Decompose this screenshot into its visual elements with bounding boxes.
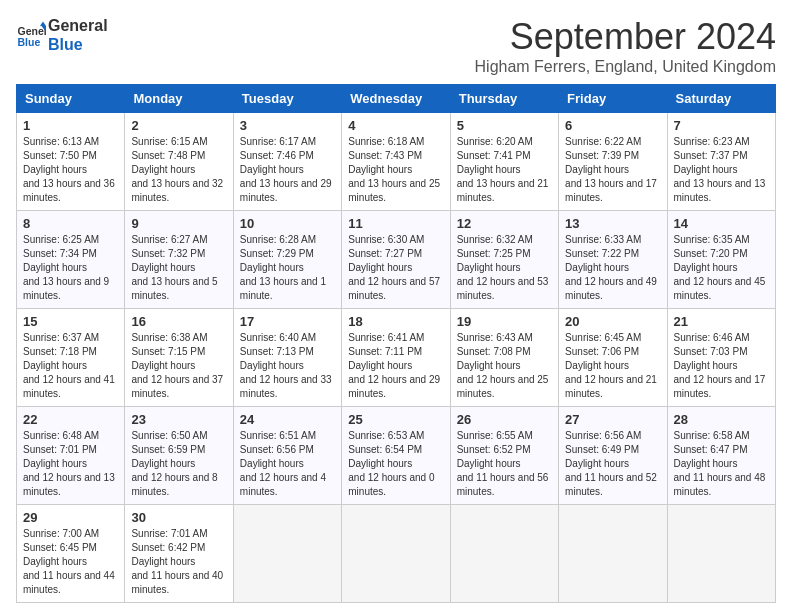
calendar-day-cell: 9 Sunrise: 6:27 AM Sunset: 7:32 PM Dayli…	[125, 211, 233, 309]
day-detail: Sunrise: 6:13 AM Sunset: 7:50 PM Dayligh…	[23, 135, 118, 205]
calendar-day-cell: 22 Sunrise: 6:48 AM Sunset: 7:01 PM Dayl…	[17, 407, 125, 505]
day-detail: Sunrise: 6:25 AM Sunset: 7:34 PM Dayligh…	[23, 233, 118, 303]
calendar-day-cell: 13 Sunrise: 6:33 AM Sunset: 7:22 PM Dayl…	[559, 211, 667, 309]
calendar-day-cell: 21 Sunrise: 6:46 AM Sunset: 7:03 PM Dayl…	[667, 309, 775, 407]
calendar-day-cell: 12 Sunrise: 6:32 AM Sunset: 7:25 PM Dayl…	[450, 211, 558, 309]
calendar-day-cell: 16 Sunrise: 6:38 AM Sunset: 7:15 PM Dayl…	[125, 309, 233, 407]
calendar-week-row: 22 Sunrise: 6:48 AM Sunset: 7:01 PM Dayl…	[17, 407, 776, 505]
day-number: 26	[457, 412, 552, 427]
page-header: General Blue General Blue September 2024…	[16, 16, 776, 76]
day-detail: Sunrise: 6:48 AM Sunset: 7:01 PM Dayligh…	[23, 429, 118, 499]
calendar-day-cell: 30 Sunrise: 7:01 AM Sunset: 6:42 PM Dayl…	[125, 505, 233, 603]
logo-line2: Blue	[48, 35, 108, 54]
day-detail: Sunrise: 6:58 AM Sunset: 6:47 PM Dayligh…	[674, 429, 769, 499]
calendar-week-row: 1 Sunrise: 6:13 AM Sunset: 7:50 PM Dayli…	[17, 113, 776, 211]
calendar-day-cell: 15 Sunrise: 6:37 AM Sunset: 7:18 PM Dayl…	[17, 309, 125, 407]
calendar-day-cell: 24 Sunrise: 6:51 AM Sunset: 6:56 PM Dayl…	[233, 407, 341, 505]
day-detail: Sunrise: 6:20 AM Sunset: 7:41 PM Dayligh…	[457, 135, 552, 205]
calendar-week-row: 8 Sunrise: 6:25 AM Sunset: 7:34 PM Dayli…	[17, 211, 776, 309]
calendar-day-cell	[233, 505, 341, 603]
calendar-day-cell: 10 Sunrise: 6:28 AM Sunset: 7:29 PM Dayl…	[233, 211, 341, 309]
day-detail: Sunrise: 6:17 AM Sunset: 7:46 PM Dayligh…	[240, 135, 335, 205]
calendar-day-cell: 1 Sunrise: 6:13 AM Sunset: 7:50 PM Dayli…	[17, 113, 125, 211]
day-number: 2	[131, 118, 226, 133]
day-number: 9	[131, 216, 226, 231]
logo-line1: General	[48, 16, 108, 35]
day-number: 5	[457, 118, 552, 133]
day-detail: Sunrise: 6:28 AM Sunset: 7:29 PM Dayligh…	[240, 233, 335, 303]
logo-icon: General Blue	[16, 20, 46, 50]
day-detail: Sunrise: 6:33 AM Sunset: 7:22 PM Dayligh…	[565, 233, 660, 303]
day-detail: Sunrise: 6:50 AM Sunset: 6:59 PM Dayligh…	[131, 429, 226, 499]
day-number: 18	[348, 314, 443, 329]
calendar-week-row: 15 Sunrise: 6:37 AM Sunset: 7:18 PM Dayl…	[17, 309, 776, 407]
day-number: 19	[457, 314, 552, 329]
day-number: 28	[674, 412, 769, 427]
day-detail: Sunrise: 6:55 AM Sunset: 6:52 PM Dayligh…	[457, 429, 552, 499]
calendar-day-cell: 26 Sunrise: 6:55 AM Sunset: 6:52 PM Dayl…	[450, 407, 558, 505]
calendar-day-cell: 27 Sunrise: 6:56 AM Sunset: 6:49 PM Dayl…	[559, 407, 667, 505]
header-monday: Monday	[125, 85, 233, 113]
day-number: 24	[240, 412, 335, 427]
calendar-day-cell: 4 Sunrise: 6:18 AM Sunset: 7:43 PM Dayli…	[342, 113, 450, 211]
day-number: 7	[674, 118, 769, 133]
calendar-day-cell	[450, 505, 558, 603]
calendar-day-cell: 2 Sunrise: 6:15 AM Sunset: 7:48 PM Dayli…	[125, 113, 233, 211]
calendar-day-cell: 8 Sunrise: 6:25 AM Sunset: 7:34 PM Dayli…	[17, 211, 125, 309]
calendar-day-cell	[559, 505, 667, 603]
day-detail: Sunrise: 6:27 AM Sunset: 7:32 PM Dayligh…	[131, 233, 226, 303]
header-tuesday: Tuesday	[233, 85, 341, 113]
day-detail: Sunrise: 6:18 AM Sunset: 7:43 PM Dayligh…	[348, 135, 443, 205]
day-number: 14	[674, 216, 769, 231]
calendar-day-cell	[667, 505, 775, 603]
calendar-day-cell: 20 Sunrise: 6:45 AM Sunset: 7:06 PM Dayl…	[559, 309, 667, 407]
day-detail: Sunrise: 6:37 AM Sunset: 7:18 PM Dayligh…	[23, 331, 118, 401]
calendar-day-cell: 17 Sunrise: 6:40 AM Sunset: 7:13 PM Dayl…	[233, 309, 341, 407]
day-detail: Sunrise: 6:43 AM Sunset: 7:08 PM Dayligh…	[457, 331, 552, 401]
month-title: September 2024	[475, 16, 776, 58]
day-number: 3	[240, 118, 335, 133]
logo: General Blue General Blue	[16, 16, 108, 54]
day-number: 1	[23, 118, 118, 133]
calendar-day-cell	[342, 505, 450, 603]
day-detail: Sunrise: 6:38 AM Sunset: 7:15 PM Dayligh…	[131, 331, 226, 401]
calendar-day-cell: 28 Sunrise: 6:58 AM Sunset: 6:47 PM Dayl…	[667, 407, 775, 505]
day-detail: Sunrise: 6:45 AM Sunset: 7:06 PM Dayligh…	[565, 331, 660, 401]
header-saturday: Saturday	[667, 85, 775, 113]
day-number: 8	[23, 216, 118, 231]
calendar-day-cell: 11 Sunrise: 6:30 AM Sunset: 7:27 PM Dayl…	[342, 211, 450, 309]
day-number: 27	[565, 412, 660, 427]
calendar-day-cell: 25 Sunrise: 6:53 AM Sunset: 6:54 PM Dayl…	[342, 407, 450, 505]
day-detail: Sunrise: 7:01 AM Sunset: 6:42 PM Dayligh…	[131, 527, 226, 597]
calendar-day-cell: 3 Sunrise: 6:17 AM Sunset: 7:46 PM Dayli…	[233, 113, 341, 211]
header-wednesday: Wednesday	[342, 85, 450, 113]
calendar-day-cell: 23 Sunrise: 6:50 AM Sunset: 6:59 PM Dayl…	[125, 407, 233, 505]
day-number: 6	[565, 118, 660, 133]
day-number: 30	[131, 510, 226, 525]
calendar-day-cell: 14 Sunrise: 6:35 AM Sunset: 7:20 PM Dayl…	[667, 211, 775, 309]
day-number: 12	[457, 216, 552, 231]
day-number: 10	[240, 216, 335, 231]
day-detail: Sunrise: 6:23 AM Sunset: 7:37 PM Dayligh…	[674, 135, 769, 205]
day-detail: Sunrise: 6:46 AM Sunset: 7:03 PM Dayligh…	[674, 331, 769, 401]
day-number: 22	[23, 412, 118, 427]
day-number: 4	[348, 118, 443, 133]
calendar-day-cell: 7 Sunrise: 6:23 AM Sunset: 7:37 PM Dayli…	[667, 113, 775, 211]
day-detail: Sunrise: 6:53 AM Sunset: 6:54 PM Dayligh…	[348, 429, 443, 499]
day-number: 17	[240, 314, 335, 329]
weekday-header-row: Sunday Monday Tuesday Wednesday Thursday…	[17, 85, 776, 113]
svg-text:Blue: Blue	[18, 36, 41, 48]
day-number: 11	[348, 216, 443, 231]
day-number: 13	[565, 216, 660, 231]
header-sunday: Sunday	[17, 85, 125, 113]
calendar-day-cell: 6 Sunrise: 6:22 AM Sunset: 7:39 PM Dayli…	[559, 113, 667, 211]
day-number: 16	[131, 314, 226, 329]
day-detail: Sunrise: 6:22 AM Sunset: 7:39 PM Dayligh…	[565, 135, 660, 205]
calendar-table: Sunday Monday Tuesday Wednesday Thursday…	[16, 84, 776, 603]
day-detail: Sunrise: 7:00 AM Sunset: 6:45 PM Dayligh…	[23, 527, 118, 597]
calendar-day-cell: 29 Sunrise: 7:00 AM Sunset: 6:45 PM Dayl…	[17, 505, 125, 603]
day-detail: Sunrise: 6:32 AM Sunset: 7:25 PM Dayligh…	[457, 233, 552, 303]
day-detail: Sunrise: 6:40 AM Sunset: 7:13 PM Dayligh…	[240, 331, 335, 401]
calendar-day-cell: 5 Sunrise: 6:20 AM Sunset: 7:41 PM Dayli…	[450, 113, 558, 211]
title-section: September 2024 Higham Ferrers, England, …	[475, 16, 776, 76]
